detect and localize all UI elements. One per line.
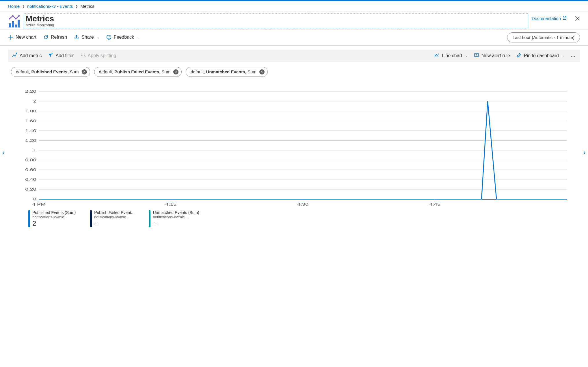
splitting-icon: + bbox=[80, 53, 85, 59]
svg-point-15 bbox=[16, 53, 17, 54]
smiley-icon bbox=[106, 35, 111, 40]
breadcrumb-home[interactable]: Home bbox=[8, 4, 20, 9]
apply-splitting-label: Apply splitting bbox=[88, 53, 116, 58]
page-subtitle: Azure Monitoring bbox=[26, 23, 526, 27]
apply-splitting-button: + Apply splitting bbox=[80, 53, 116, 59]
svg-point-20 bbox=[81, 55, 82, 56]
svg-text:0.60: 0.60 bbox=[25, 167, 36, 172]
svg-text:1.60: 1.60 bbox=[25, 119, 36, 123]
metrics-line-chart[interactable]: 00.200.400.600.8011.201.401.601.8022.204… bbox=[20, 85, 571, 209]
new-alert-button[interactable]: New alert rule bbox=[474, 53, 510, 59]
previous-chart-button[interactable]: ‹ bbox=[2, 148, 5, 157]
svg-point-12 bbox=[12, 56, 13, 57]
share-button[interactable]: Share ⌄ bbox=[74, 35, 99, 40]
pin-button[interactable]: Pin to dashboard ⌄ bbox=[516, 53, 564, 59]
legend-name: Published Events (Sum) bbox=[32, 210, 76, 215]
chart-legend: Published Events (Sum)notifications-kv/m… bbox=[8, 209, 580, 233]
next-chart-button[interactable]: › bbox=[583, 148, 586, 157]
line-chart-icon bbox=[434, 53, 440, 59]
close-button[interactable] bbox=[575, 16, 580, 23]
external-link-icon bbox=[563, 16, 567, 21]
svg-point-10 bbox=[109, 36, 110, 37]
svg-point-0 bbox=[9, 18, 10, 20]
svg-point-21 bbox=[82, 55, 83, 56]
add-filter-label: Add filter bbox=[55, 53, 74, 58]
svg-point-14 bbox=[15, 55, 16, 56]
page-header: Metrics Azure Monitoring Documentation bbox=[0, 12, 588, 29]
legend-value: -- bbox=[153, 220, 199, 227]
page-title-area: Metrics Azure Monitoring bbox=[24, 14, 528, 28]
remove-metric-icon[interactable]: ✕ bbox=[173, 69, 178, 74]
refresh-label: Refresh bbox=[51, 35, 67, 40]
svg-rect-7 bbox=[18, 20, 20, 27]
svg-text:4:45: 4:45 bbox=[429, 202, 440, 206]
legend-color-bar bbox=[90, 210, 92, 227]
new-chart-label: New chart bbox=[16, 35, 36, 40]
chevron-down-icon: ⌄ bbox=[465, 54, 468, 57]
more-button[interactable]: … bbox=[571, 53, 576, 58]
legend-source: notifications-kv/mic... bbox=[32, 215, 76, 219]
svg-text:4:15: 4:15 bbox=[165, 202, 176, 206]
filter-icon: + bbox=[48, 53, 53, 59]
metrics-icon bbox=[8, 15, 20, 27]
legend-item[interactable]: Published Events (Sum)notifications-kv/m… bbox=[28, 210, 76, 227]
svg-text:4:30: 4:30 bbox=[297, 202, 308, 206]
svg-text:0.40: 0.40 bbox=[25, 177, 36, 182]
ellipsis-icon: … bbox=[571, 53, 576, 58]
svg-text:1.40: 1.40 bbox=[25, 128, 36, 133]
metric-pill[interactable]: default, Unmatched Events, Sum✕ bbox=[186, 67, 268, 77]
svg-point-8 bbox=[107, 35, 111, 40]
legend-item[interactable]: Unmatched Events (Sum)notifications-kv/m… bbox=[149, 210, 199, 227]
legend-name: Unmatched Events (Sum) bbox=[153, 210, 199, 215]
add-filter-button[interactable]: + Add filter bbox=[48, 53, 74, 59]
share-label: Share bbox=[81, 35, 94, 40]
svg-text:1.80: 1.80 bbox=[25, 109, 36, 113]
remove-metric-icon[interactable]: ✕ bbox=[259, 69, 265, 74]
feedback-label: Feedback bbox=[114, 35, 134, 40]
refresh-icon bbox=[43, 35, 49, 40]
svg-point-17 bbox=[81, 53, 82, 54]
legend-item[interactable]: Publish Failed Event...notifications-kv/… bbox=[90, 210, 134, 227]
new-chart-button[interactable]: New chart bbox=[8, 35, 36, 40]
breadcrumb: Home ❯ notifications-kv - Events ❯ Metri… bbox=[0, 1, 588, 12]
add-metric-button[interactable]: + Add metric bbox=[12, 53, 42, 59]
feedback-button[interactable]: Feedback ⌄ bbox=[106, 35, 139, 40]
documentation-label: Documentation bbox=[532, 16, 561, 21]
svg-rect-5 bbox=[12, 21, 14, 27]
metric-pill[interactable]: default, Published Events, Sum✕ bbox=[11, 67, 90, 77]
svg-point-2 bbox=[15, 18, 17, 20]
pin-icon bbox=[516, 53, 522, 59]
toolbar: New chart Refresh Share ⌄ Feedback ⌄ Las… bbox=[0, 29, 588, 46]
alert-icon bbox=[474, 53, 479, 59]
svg-text:4 PM: 4 PM bbox=[32, 202, 46, 206]
svg-point-18 bbox=[82, 53, 83, 54]
svg-point-19 bbox=[84, 53, 85, 54]
refresh-button[interactable]: Refresh bbox=[43, 35, 67, 40]
plus-icon bbox=[8, 35, 13, 40]
legend-color-bar bbox=[28, 210, 30, 227]
svg-rect-6 bbox=[15, 25, 17, 27]
metric-pill-text: default, Unmatched Events, Sum bbox=[191, 69, 256, 74]
legend-source: notifications-kv/mic... bbox=[153, 215, 199, 219]
legend-name: Publish Failed Event... bbox=[94, 210, 134, 215]
legend-color-bar bbox=[149, 210, 150, 227]
svg-text:2.20: 2.20 bbox=[25, 89, 36, 94]
svg-text:0.20: 0.20 bbox=[25, 187, 36, 191]
legend-source: notifications-kv/mic... bbox=[94, 215, 134, 219]
legend-value: 2 bbox=[32, 220, 76, 227]
metric-pill[interactable]: default, Publish Failed Events, Sum✕ bbox=[94, 67, 182, 77]
svg-text:0: 0 bbox=[33, 197, 36, 201]
remove-metric-icon[interactable]: ✕ bbox=[82, 69, 87, 74]
breadcrumb-item-events[interactable]: notifications-kv - Events bbox=[27, 4, 73, 9]
svg-text:2: 2 bbox=[33, 99, 36, 103]
chart-type-button[interactable]: Line chart ⌄ bbox=[434, 53, 468, 59]
chevron-right-icon: ❯ bbox=[75, 4, 78, 8]
svg-point-9 bbox=[108, 36, 108, 37]
chart-toolbar: + Add metric + Add filter + Apply splitt… bbox=[8, 50, 580, 62]
documentation-link[interactable]: Documentation bbox=[532, 16, 567, 21]
chart-type-label: Line chart bbox=[442, 53, 462, 58]
time-range-selector[interactable]: Last hour (Automatic - 1 minute) bbox=[507, 32, 580, 42]
page-title: Metrics bbox=[26, 14, 526, 23]
chevron-down-icon: ⌄ bbox=[97, 36, 99, 39]
svg-point-26 bbox=[476, 56, 477, 56]
